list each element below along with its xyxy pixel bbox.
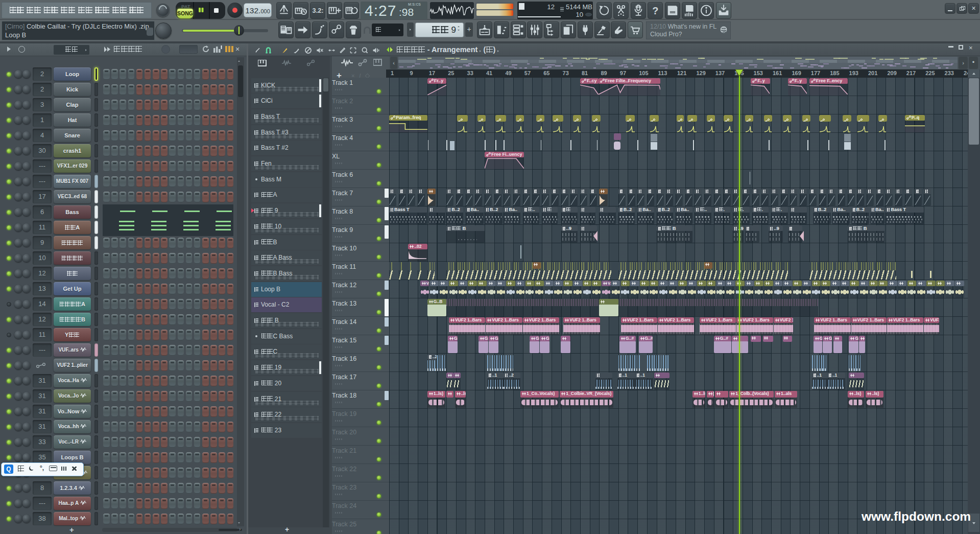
svg-text:?: ?	[652, 5, 658, 16]
svg-text:3.2:: 3.2:	[313, 7, 324, 14]
